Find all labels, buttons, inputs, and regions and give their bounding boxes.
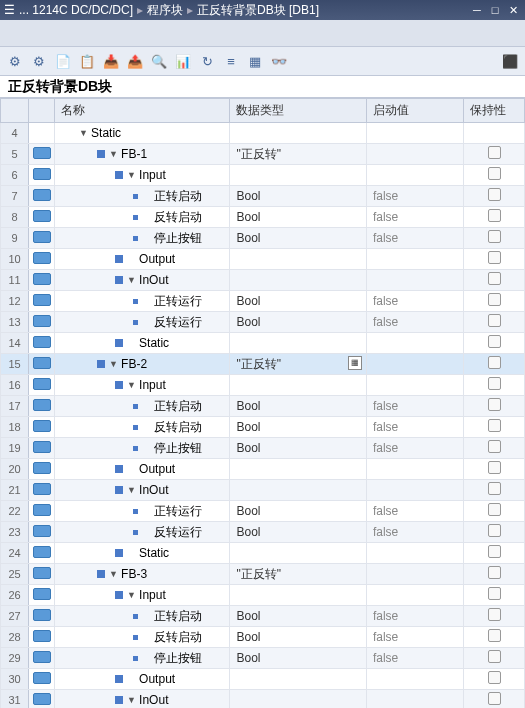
close-button[interactable]: ✕ [505,3,521,17]
col-start[interactable]: 启动值 [366,99,463,123]
checkbox[interactable] [488,692,501,705]
type-cell[interactable] [230,543,366,564]
start-cell[interactable] [366,564,463,585]
name-cell[interactable]: Static [55,543,229,563]
type-cell[interactable]: "正反转"▦ [230,354,366,375]
retain-cell[interactable] [464,354,525,375]
name-cell[interactable]: 正转启动 [55,396,229,416]
col-retain[interactable]: 保持性 [464,99,525,123]
table-row[interactable]: 15▼FB-2"正反转"▦ [1,354,525,375]
col-rownum[interactable] [1,99,29,123]
table-row[interactable]: 23反转运行Boolfalse [1,522,525,543]
expander-icon[interactable]: ▼ [79,128,89,138]
name-cell[interactable]: Static [55,333,229,353]
type-cell[interactable]: Bool [230,501,366,522]
table-row[interactable]: 5▼FB-1"正反转" [1,144,525,165]
start-cell[interactable] [366,165,463,186]
start-cell[interactable]: false [366,522,463,543]
name-cell[interactable]: 反转运行 [55,522,229,542]
maximize-button[interactable]: □ [487,3,503,17]
start-cell[interactable] [366,480,463,501]
retain-cell[interactable] [464,480,525,501]
retain-cell[interactable] [464,669,525,690]
checkbox[interactable] [488,440,501,453]
type-cell[interactable] [230,270,366,291]
name-cell[interactable]: 停止按钮 [55,438,229,458]
checkbox[interactable] [488,356,501,369]
name-cell[interactable]: ▼FB-1 [55,144,229,164]
name-cell[interactable]: ▼InOut [55,480,229,500]
type-cell[interactable] [230,123,366,144]
start-cell[interactable]: false [366,291,463,312]
name-cell[interactable]: 停止按钮 [55,648,229,668]
start-cell[interactable]: false [366,396,463,417]
name-cell[interactable]: 正转运行 [55,501,229,521]
retain-cell[interactable] [464,522,525,543]
col-type[interactable]: 数据类型 [230,99,366,123]
type-cell[interactable] [230,585,366,606]
checkbox[interactable] [488,314,501,327]
start-cell[interactable]: false [366,417,463,438]
table-row[interactable]: 19停止按钮Boolfalse [1,438,525,459]
retain-cell[interactable] [464,606,525,627]
start-cell[interactable] [366,690,463,709]
type-cell[interactable]: Bool [230,291,366,312]
retain-cell[interactable] [464,501,525,522]
tool-icon-8[interactable]: 📊 [174,52,192,70]
retain-cell[interactable] [464,249,525,270]
retain-cell[interactable] [464,207,525,228]
table-row[interactable]: 13反转运行Boolfalse [1,312,525,333]
table-row[interactable]: 7正转启动Boolfalse [1,186,525,207]
type-cell[interactable] [230,480,366,501]
start-cell[interactable] [366,144,463,165]
name-cell[interactable]: 反转启动 [55,417,229,437]
start-cell[interactable] [366,354,463,375]
type-cell[interactable] [230,690,366,709]
checkbox[interactable] [488,482,501,495]
start-cell[interactable] [366,333,463,354]
checkbox[interactable] [488,629,501,642]
start-cell[interactable]: false [366,228,463,249]
start-cell[interactable] [366,270,463,291]
expander-icon[interactable]: ▼ [127,380,137,390]
dropdown-icon[interactable]: ▦ [348,356,362,370]
type-cell[interactable] [230,375,366,396]
retain-cell[interactable] [464,648,525,669]
table-row[interactable]: 26▼Input [1,585,525,606]
retain-cell[interactable] [464,144,525,165]
start-cell[interactable]: false [366,207,463,228]
table-row[interactable]: 25▼FB-3"正反转" [1,564,525,585]
name-cell[interactable]: ▼Input [55,375,229,395]
table-row[interactable]: 22正转运行Boolfalse [1,501,525,522]
type-cell[interactable] [230,249,366,270]
name-cell[interactable]: ▼Static [55,123,229,143]
checkbox[interactable] [488,209,501,222]
name-cell[interactable]: 反转启动 [55,207,229,227]
type-cell[interactable] [230,459,366,480]
crumb-folder[interactable]: 程序块 [147,2,183,19]
name-cell[interactable]: Output [55,459,229,479]
tool-icon-10[interactable]: ≡ [222,52,240,70]
table-row[interactable]: 18反转启动Boolfalse [1,417,525,438]
retain-cell[interactable] [464,627,525,648]
checkbox[interactable] [488,608,501,621]
start-cell[interactable]: false [366,606,463,627]
start-cell[interactable]: false [366,648,463,669]
start-cell[interactable] [366,375,463,396]
checkbox[interactable] [488,167,501,180]
table-row[interactable]: 14Static [1,333,525,354]
crumb-device[interactable]: ... 1214C DC/DC/DC] [19,3,133,17]
checkbox[interactable] [488,377,501,390]
name-cell[interactable]: ▼FB-3 [55,564,229,584]
type-cell[interactable]: Bool [230,207,366,228]
type-cell[interactable] [230,669,366,690]
checkbox[interactable] [488,251,501,264]
start-cell[interactable] [366,123,463,144]
retain-cell[interactable] [464,690,525,709]
name-cell[interactable]: Output [55,669,229,689]
checkbox[interactable] [488,419,501,432]
retain-cell[interactable] [464,123,525,144]
table-row[interactable]: 9停止按钮Boolfalse [1,228,525,249]
table-row[interactable]: 17正转启动Boolfalse [1,396,525,417]
type-cell[interactable]: Bool [230,522,366,543]
